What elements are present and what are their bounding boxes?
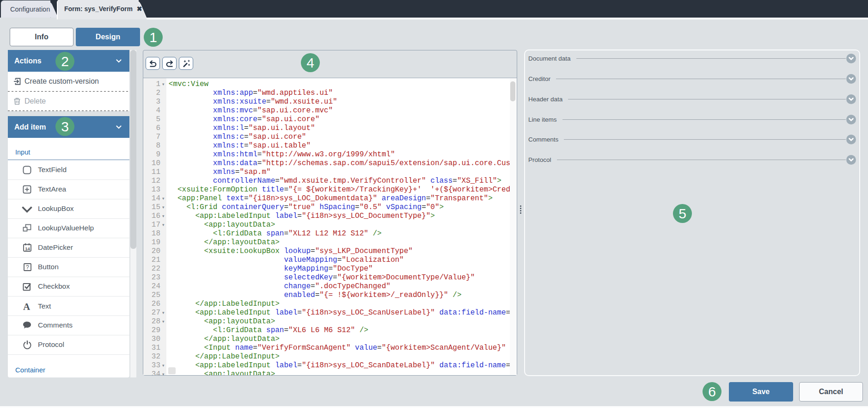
svg-text:?: ? [26, 264, 29, 271]
svg-text:14: 14 [25, 246, 30, 251]
